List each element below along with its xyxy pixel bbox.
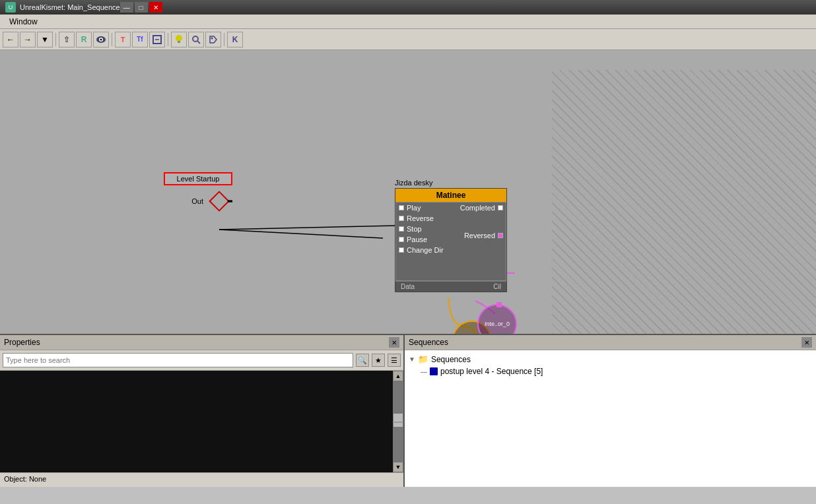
properties-search-input[interactable] — [3, 353, 353, 367]
search-button[interactable] — [188, 32, 204, 47]
pause-label: Pause — [407, 236, 427, 243]
reversed-row: Reversed — [458, 230, 506, 241]
tag-button[interactable] — [205, 32, 221, 47]
stop-pin — [399, 226, 404, 232]
forward-button[interactable]: → — [20, 32, 36, 47]
minimize-button[interactable]: — — [120, 2, 133, 13]
sequences-close-button[interactable]: ✕ — [801, 337, 812, 348]
changedir-label: Change Dir — [407, 246, 444, 254]
properties-title: Properties — [4, 338, 40, 347]
matinee-footer: Data Cil — [395, 281, 506, 292]
object-label: Object: None — [4, 475, 46, 483]
up-button[interactable]: ⇧ — [59, 32, 75, 47]
text-button[interactable]: T — [115, 32, 131, 47]
search-filter-button[interactable]: ☰ — [388, 354, 401, 367]
maximize-button[interactable]: □ — [135, 2, 148, 13]
titlebar: U UnrealKismet: Main_Sequence — □ ✕ — [0, 0, 816, 15]
sequence-label: postup level 4 - Sequence [5] — [440, 367, 543, 376]
canvas-area[interactable]: Level Startup Out Jizda desky Matinee Pl… — [0, 50, 816, 334]
matinee-body: Play Reverse Stop Pause Change Dir — [395, 202, 506, 281]
toolbar-separator — [55, 33, 56, 46]
folder-icon: 📁 — [418, 354, 428, 364]
close-button[interactable]: ✕ — [149, 2, 162, 13]
sequences-title: Sequences — [409, 338, 448, 347]
svg-marker-9 — [210, 36, 217, 43]
sequences-content: ▼ 📁 Sequences — postup level 4 - Sequenc… — [405, 350, 816, 487]
out-label: Out — [191, 197, 203, 205]
toolbar-separator4 — [224, 33, 224, 46]
k-button[interactable]: K — [227, 32, 243, 47]
bottom-area: Properties ✕ 🔍 ★ ☰ ▲ ▼ Object: None — [0, 334, 816, 487]
svg-line-12 — [219, 230, 383, 238]
footer-data: Data — [401, 283, 415, 290]
toolbar: ← → ▼ ⇧ R T Tf K — [0, 29, 816, 50]
svg-point-5 — [176, 35, 182, 42]
matinee-circle-pink[interactable]: Inte..or_0 — [477, 304, 517, 334]
startup-diamond-icon — [206, 188, 232, 214]
changedir-pin — [399, 247, 404, 253]
scroll-down[interactable]: ▼ — [393, 462, 403, 472]
sequences-header: Sequences ✕ — [405, 335, 816, 350]
titlebar-title: UnrealKismet: Main_Sequence — [20, 3, 120, 11]
scroll-track[interactable] — [393, 381, 403, 462]
sequence-item-0[interactable]: — postup level 4 - Sequence [5] — [407, 365, 813, 377]
completed-row: Completed — [458, 203, 506, 213]
properties-close-button[interactable]: ✕ — [389, 337, 399, 348]
matinee-header: Matinee — [395, 189, 506, 202]
node-matinee[interactable]: Jizda desky Matinee Play Reverse Stop — [395, 179, 507, 292]
reverse-label: Reverse — [407, 214, 434, 222]
menubar: Window — [0, 15, 816, 29]
menu-window[interactable]: Window — [4, 16, 43, 28]
node-startup[interactable]: Level Startup Out — [164, 172, 232, 214]
folder-expand-icon[interactable]: ▼ — [409, 356, 415, 363]
toolbar-separator3 — [168, 33, 168, 46]
properties-header: Properties ✕ — [0, 335, 403, 350]
dropdown-button[interactable]: ▼ — [37, 32, 53, 47]
completed-label: Completed — [460, 204, 495, 212]
titlebar-controls[interactable]: — □ ✕ — [120, 2, 162, 13]
object-bar: Object: None — [0, 472, 403, 487]
svg-rect-15 — [228, 200, 232, 202]
app-icon: U — [5, 2, 16, 13]
scroll-up[interactable]: ▲ — [393, 371, 403, 381]
folder-label: Sequences — [431, 355, 471, 364]
matinee-group-label: Jizda desky — [395, 179, 507, 187]
search-star-button[interactable]: ★ — [372, 354, 385, 367]
svg-rect-6 — [178, 41, 180, 43]
search-go-button[interactable]: 🔍 — [356, 354, 369, 367]
circle-pink-label: Inte..or_0 — [483, 319, 511, 329]
svg-point-2 — [100, 38, 102, 40]
footer-cil: Cil — [493, 283, 501, 290]
seq-button[interactable] — [149, 32, 165, 47]
pause-pin — [399, 237, 404, 242]
r-button[interactable]: R — [76, 32, 92, 47]
svg-point-7 — [193, 36, 198, 42]
toolbar-separator2 — [112, 33, 112, 46]
reversed-pin — [498, 233, 503, 238]
properties-content: ▲ ▼ — [0, 371, 403, 472]
reverse-pin — [399, 216, 404, 221]
svg-marker-14 — [210, 192, 229, 211]
completed-pin — [498, 205, 503, 210]
sequence-icon — [430, 367, 438, 375]
startup-label: Level Startup — [164, 172, 232, 185]
sequences-panel: Sequences ✕ ▼ 📁 Sequences — postup level… — [405, 335, 816, 487]
scroll-line — [393, 422, 403, 423]
play-label: Play — [407, 204, 421, 212]
textf-button[interactable]: Tf — [132, 32, 148, 47]
scroll-thumb — [393, 414, 403, 427]
bulb-button[interactable] — [171, 32, 187, 47]
changedir-row: Change Dir — [396, 245, 506, 255]
stop-label: Stop — [407, 225, 422, 233]
item-expand-icon: — — [421, 368, 427, 375]
properties-panel: Properties ✕ 🔍 ★ ☰ ▲ ▼ Object: None — [0, 335, 405, 487]
svg-line-11 — [219, 226, 396, 230]
eye-button[interactable] — [93, 32, 109, 47]
properties-search: 🔍 ★ ☰ — [0, 350, 403, 371]
back-button[interactable]: ← — [3, 32, 18, 47]
pink-dot — [496, 302, 502, 307]
sequences-folder: ▼ 📁 Sequences — [407, 353, 813, 365]
properties-scrollbar[interactable]: ▲ ▼ — [393, 371, 403, 472]
svg-point-10 — [211, 37, 213, 39]
reversed-label: Reversed — [464, 232, 495, 239]
